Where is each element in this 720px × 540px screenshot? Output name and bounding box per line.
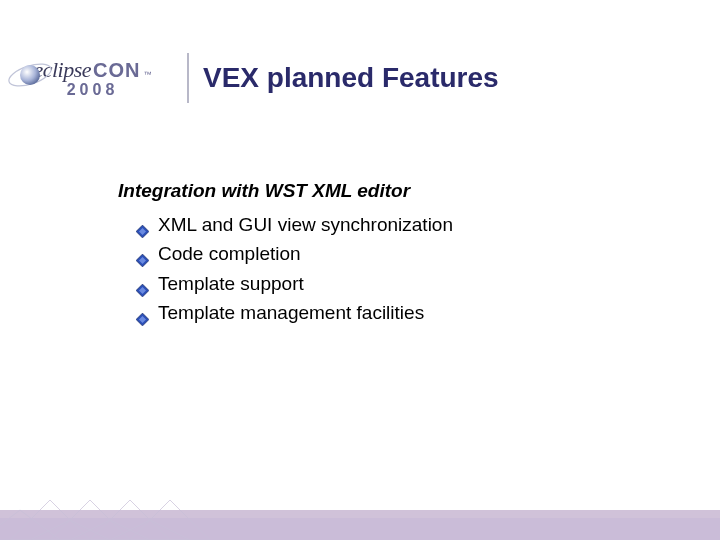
svg-marker-18 [110,520,190,540]
list-item: Code completion [136,239,638,268]
svg-marker-17 [70,520,150,540]
eclipsecon-logo: eclipse CON ™ 2008 [0,49,185,107]
svg-marker-14 [90,500,170,540]
svg-marker-15 [130,500,210,540]
diamond-bullet-icon [136,305,149,318]
logo-text-con: CON [93,59,140,82]
bullet-list: XML and GUI view synchronization Code co… [118,210,638,328]
svg-point-1 [20,65,40,85]
svg-rect-10 [0,510,720,518]
orbit-icon [6,51,54,99]
logo-trademark: ™ [144,70,152,79]
footer-decoration [0,470,720,540]
content-subheading: Integration with WST XML editor [118,180,638,202]
slide-content: Integration with WST XML editor XML and … [118,180,638,328]
diamond-bullet-icon [136,217,149,230]
svg-rect-11 [0,518,720,540]
slide-title: VEX planned Features [203,62,499,94]
diamond-bullet-icon [136,246,149,259]
list-item-text: Template management facilities [158,302,424,323]
svg-marker-13 [50,500,130,540]
svg-marker-16 [30,520,110,540]
list-item: Template management facilities [136,298,638,327]
vertical-divider [187,53,189,103]
list-item-text: Template support [158,273,304,294]
svg-marker-12 [10,500,90,540]
svg-marker-19 [0,510,60,540]
list-item: XML and GUI view synchronization [136,210,638,239]
list-item-text: Code completion [158,243,301,264]
diamond-bullet-icon [136,276,149,289]
list-item: Template support [136,269,638,298]
slide-header: eclipse CON ™ 2008 VEX planned Features [0,48,720,108]
logo-year: 2008 [67,81,119,99]
list-item-text: XML and GUI view synchronization [158,214,453,235]
